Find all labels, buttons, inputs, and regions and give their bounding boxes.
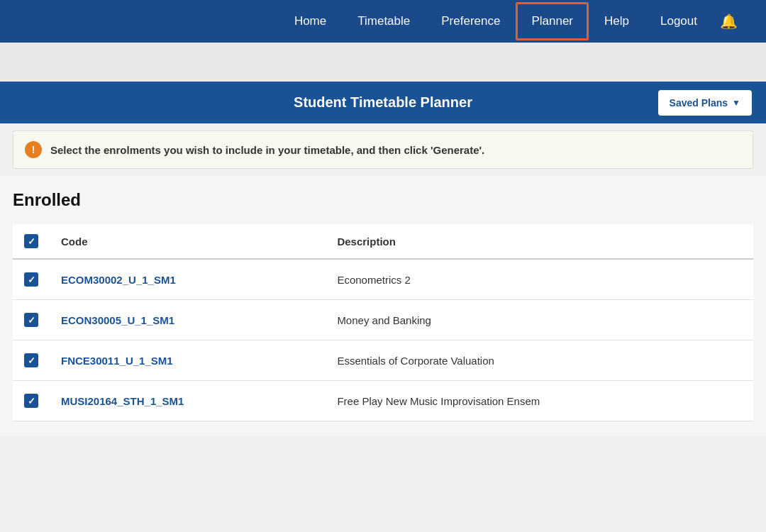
select-all-checkbox[interactable] [24, 234, 38, 248]
enrolled-table: Code Description ECOM30002_U_1_SM1Econom… [13, 224, 753, 421]
row-checkbox-cell[interactable] [13, 381, 50, 421]
table-header-row: Code Description [13, 224, 753, 259]
table-row: MUSI20164_STH_1_SM1Free Play New Music I… [13, 381, 753, 421]
table-row: ECON30005_U_1_SM1Money and Banking [13, 300, 753, 340]
main-nav: Home Timetable Preference Planner Help L… [0, 0, 766, 43]
nav-planner[interactable]: Planner [516, 2, 589, 40]
notification-bell-icon[interactable]: 🔔 [713, 0, 745, 43]
nav-items: Home Timetable Preference Planner Help L… [279, 0, 745, 43]
row-checkbox[interactable] [24, 353, 38, 367]
row-checkbox[interactable] [24, 272, 38, 287]
th-description: Description [326, 224, 753, 259]
row-description: Money and Banking [326, 300, 753, 340]
info-icon: ! [25, 141, 42, 158]
row-description: Econometrics 2 [326, 259, 753, 300]
row-code[interactable]: ECOM30002_U_1_SM1 [50, 259, 326, 300]
row-code[interactable]: FNCE30011_U_1_SM1 [50, 340, 326, 381]
th-checkbox[interactable] [13, 224, 50, 259]
sub-header [0, 43, 766, 82]
row-description: Free Play New Music Improvisation Ensem [326, 381, 753, 421]
nav-help[interactable]: Help [589, 1, 645, 41]
row-checkbox[interactable] [24, 313, 38, 327]
info-banner: ! Select the enrolments you wish to incl… [13, 131, 753, 169]
planner-header: Student Timetable Planner Saved Plans ▼ [0, 82, 766, 123]
nav-logout[interactable]: Logout [645, 1, 713, 41]
saved-plans-label: Saved Plans [670, 97, 728, 109]
row-checkbox-cell[interactable] [13, 340, 50, 381]
row-checkbox-cell[interactable] [13, 300, 50, 340]
main-content: Enrolled Code Description ECOM30002_U_1_… [0, 176, 766, 436]
row-code[interactable]: MUSI20164_STH_1_SM1 [50, 381, 326, 421]
nav-preference[interactable]: Preference [426, 1, 516, 41]
saved-plans-button[interactable]: Saved Plans ▼ [658, 90, 752, 116]
nav-timetable[interactable]: Timetable [342, 1, 426, 41]
th-code: Code [50, 224, 326, 259]
row-code[interactable]: ECON30005_U_1_SM1 [50, 300, 326, 340]
planner-title: Student Timetable Planner [294, 94, 472, 111]
table-row: ECOM30002_U_1_SM1Econometrics 2 [13, 259, 753, 300]
row-checkbox-cell[interactable] [13, 259, 50, 300]
row-checkbox[interactable] [24, 394, 38, 408]
chevron-down-icon: ▼ [732, 98, 740, 108]
table-row: FNCE30011_U_1_SM1Essentials of Corporate… [13, 340, 753, 381]
info-banner-text: Select the enrolments you wish to includ… [50, 144, 484, 156]
enrolled-section-title: Enrolled [13, 190, 753, 210]
row-description: Essentials of Corporate Valuation [326, 340, 753, 381]
nav-home[interactable]: Home [279, 1, 342, 41]
